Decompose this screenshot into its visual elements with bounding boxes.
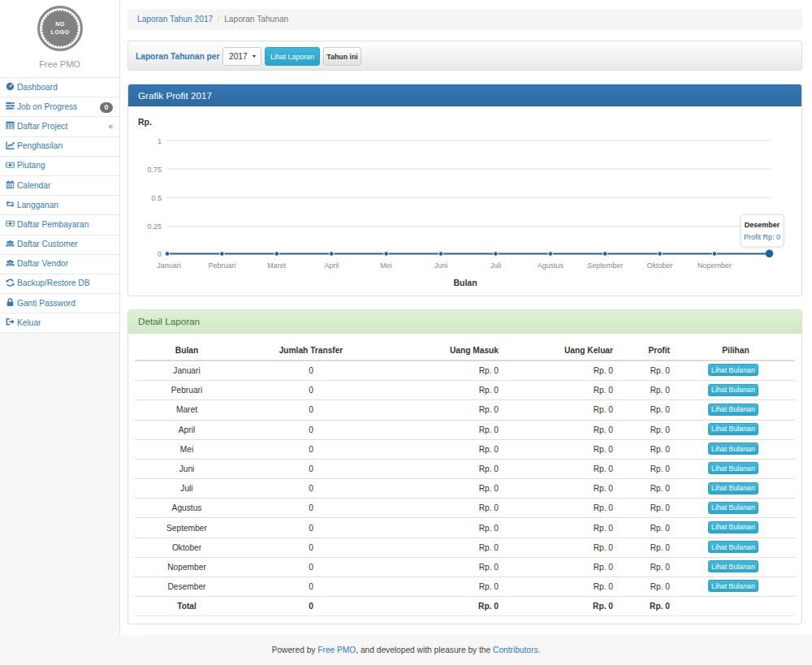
svg-text:LOGO: LOGO xyxy=(50,28,69,36)
svg-text:Rp.: Rp. xyxy=(138,117,152,127)
svg-text:Nopember: Nopember xyxy=(698,261,732,270)
svg-text:Januari: Januari xyxy=(157,261,181,270)
svg-text:0.75: 0.75 xyxy=(147,166,162,174)
svg-text:Juli: Juli xyxy=(490,261,502,270)
svg-text:Mei: Mei xyxy=(380,261,392,270)
svg-text:September: September xyxy=(587,261,623,270)
svg-text:Juni: Juni xyxy=(434,261,448,270)
svg-text:1: 1 xyxy=(158,137,162,145)
svg-text:Bulan: Bulan xyxy=(453,278,477,287)
svg-text:0.5: 0.5 xyxy=(151,194,162,202)
svg-text:Maret: Maret xyxy=(267,261,287,270)
svg-text:Agustus: Agustus xyxy=(538,261,564,270)
svg-text:Pebruari: Pebruari xyxy=(208,261,235,270)
svg-text:0: 0 xyxy=(158,250,162,258)
svg-text:Oktober: Oktober xyxy=(646,261,672,270)
svg-text:0.25: 0.25 xyxy=(147,222,162,231)
svg-text:NO: NO xyxy=(55,20,65,28)
svg-text:April: April xyxy=(324,261,339,270)
